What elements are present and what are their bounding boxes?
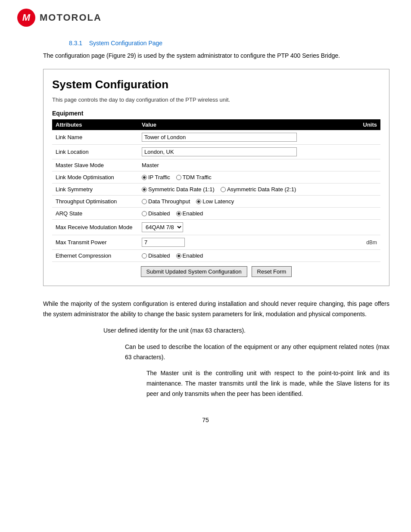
units-eth-compression [355,250,380,262]
attr-link-name: Link Name [52,130,138,145]
units-link-name [355,130,380,145]
radio-item-symmetric: Symmetric Data Rate (1:1) [142,186,215,193]
radio-tdm-traffic[interactable] [176,175,181,180]
units-max-receive-mod [355,220,380,235]
table-row: Link Name [52,130,380,145]
units-link-symmetry [355,184,380,196]
attr-link-symmetry: Link Symmetry [52,184,138,196]
max-receive-mod-select[interactable]: 64QAM 7/8 [142,222,183,232]
attr-master-slave: Master Slave Mode [52,159,138,171]
config-description: This page controls the day to day config… [52,96,380,103]
radio-symmetric[interactable] [142,187,147,192]
max-tx-power-input[interactable] [142,238,185,247]
link-symmetry-radio-group: Symmetric Data Rate (1:1) Asymmetric Dat… [142,186,351,193]
units-max-tx-power: dBm [355,235,380,250]
value-link-mode: IP Traffic TDM Traffic [138,171,355,184]
value-link-symmetry: Symmetric Data Rate (1:1) Asymmetric Dat… [138,184,355,196]
col-header-attributes: Attributes [52,119,138,130]
radio-item-tdm-traffic: TDM Traffic [176,174,212,180]
radio-item-eth-enabled: Enabled [176,252,203,259]
value-max-tx-power [138,235,355,250]
intro-text: The configuration page (Figure 29) is us… [43,51,394,60]
attr-max-tx-power: Max Transmit Power [52,235,138,250]
attr-max-receive-mod: Max Receive Modulation Mode [52,220,138,235]
value-link-location [138,145,355,159]
table-row: Link Symmetry Symmetric Data Rate (1:1) … [52,184,380,196]
radio-label-eth-disabled: Disabled [148,252,170,259]
radio-label-asymmetric: Asymmetric Data Rate (2:1) [227,186,296,193]
body-para-4: The Master unit is the controlling unit … [146,368,389,399]
form-buttons: Submit Updated System Configuration Rese… [52,262,380,277]
page-number: 75 [17,417,394,423]
radio-label-arq-enabled: Enabled [183,210,203,217]
section-title: System Configuration Page [89,40,162,47]
value-throughput: Data Throughput Low Latency [138,196,355,208]
units-master-slave [355,159,380,171]
radio-arq-enabled[interactable] [176,211,181,216]
table-row: Link Location [52,145,380,159]
table-row: Master Slave Mode Master [52,159,380,171]
body-para-2: User defined identity for the unit (max … [103,326,389,336]
section-number: 8.3.1 [69,40,82,47]
throughput-radio-group: Data Throughput Low Latency [142,198,351,205]
radio-label-symmetric: Symmetric Data Rate (1:1) [148,186,215,193]
radio-item-arq-enabled: Enabled [176,210,203,217]
units-link-location [355,145,380,159]
value-master-slave: Master [138,159,355,171]
radio-label-tdm-traffic: TDM Traffic [183,174,212,180]
radio-eth-enabled[interactable] [176,253,181,258]
attr-link-mode: Link Mode Optimisation [52,171,138,184]
radio-data-throughput[interactable] [142,199,147,204]
arq-radio-group: Disabled Enabled [142,210,351,217]
table-row: Link Mode Optimisation IP Traffic TDM Tr… [52,171,380,184]
radio-item-asymmetric: Asymmetric Data Rate (2:1) [221,186,296,193]
radio-label-low-latency: Low Latency [202,198,234,205]
value-arq-state: Disabled Enabled [138,208,355,220]
radio-label-arq-disabled: Disabled [148,210,170,217]
radio-label-data-throughput: Data Throughput [148,198,190,205]
table-row: Throughput Optimisation Data Throughput … [52,196,380,208]
table-row: Max Receive Modulation Mode 64QAM 7/8 [52,220,380,235]
value-link-name [138,130,355,145]
submit-button[interactable]: Submit Updated System Configuration [141,266,247,277]
radio-ip-traffic[interactable] [142,175,147,180]
col-header-units: Units [355,119,380,130]
radio-label-ip-traffic: IP Traffic [148,174,170,180]
reset-button[interactable]: Reset Form [252,266,292,277]
logo-m-letter: M [22,13,30,22]
body-para-1: While the majority of the system configu… [43,299,389,320]
motorola-brand: MOTOROLA [40,12,102,23]
units-throughput [355,196,380,208]
units-arq-state [355,208,380,220]
table-row: Max Transmit Power dBm [52,235,380,250]
value-max-receive-mod: 64QAM 7/8 [138,220,355,235]
value-eth-compression: Disabled Enabled [138,250,355,262]
units-link-mode [355,171,380,184]
config-table: Attributes Value Units Link Name Link Lo… [52,119,380,262]
link-mode-radio-group: IP Traffic TDM Traffic [142,174,351,180]
motorola-logo: M [17,9,35,27]
radio-asymmetric[interactable] [221,187,226,192]
link-name-input[interactable] [142,133,297,142]
page-header: M MOTOROLA [17,9,394,27]
attr-throughput: Throughput Optimisation [52,196,138,208]
radio-item-ip-traffic: IP Traffic [142,174,170,180]
attr-arq-state: ARQ State [52,208,138,220]
col-header-value: Value [138,119,355,130]
attr-eth-compression: Ethernet Compression [52,250,138,262]
table-row: ARQ State Disabled Enabled [52,208,380,220]
radio-item-eth-disabled: Disabled [142,252,170,259]
radio-label-eth-enabled: Enabled [183,252,203,259]
attr-link-location: Link Location [52,145,138,159]
config-title: System Configuration [52,78,380,91]
body-para-3: Can be used to describe the location of … [125,342,389,363]
radio-low-latency[interactable] [196,199,201,204]
table-row: Ethernet Compression Disabled Enabled [52,250,380,262]
radio-arq-disabled[interactable] [142,211,147,216]
link-location-input[interactable] [142,147,297,156]
radio-eth-disabled[interactable] [142,253,147,258]
equipment-label: Equipment [52,110,380,117]
eth-compression-radio-group: Disabled Enabled [142,252,351,259]
radio-item-data-throughput: Data Throughput [142,198,190,205]
config-panel: System Configuration This page controls … [43,69,389,286]
